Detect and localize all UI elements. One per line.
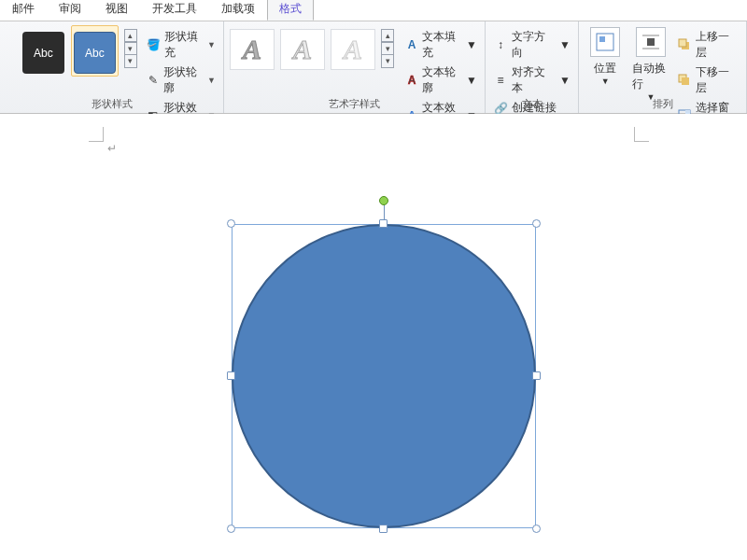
text-direction-button[interactable]: ↕ 文字方向 ▼ [491, 27, 572, 63]
resize-handle-tl[interactable] [227, 219, 235, 228]
group-label-shape-styles: 形状样式 [0, 97, 223, 111]
tab-format[interactable]: 格式 [267, 0, 314, 21]
gallery-more-button[interactable]: ▾ [381, 55, 394, 68]
tab-review[interactable]: 审阅 [47, 0, 93, 21]
text-outline-icon: A [405, 73, 418, 88]
tab-view[interactable]: 视图 [93, 0, 140, 21]
ribbon: Abc Abc ▴ ▾ ▾ 🪣 形状填充 ▼ ✎ 形状轮廓 ▼ [0, 21, 747, 114]
group-text: ↕ 文字方向 ▼ ≡ 对齐文本 ▼ 🔗 创建链接 文本 [486, 21, 579, 113]
align-text-label: 对齐文本 [512, 64, 556, 96]
text-fill-label: 文本填充 [422, 29, 462, 61]
svg-rect-6 [679, 39, 686, 47]
ribbon-tabs: 邮件 审阅 视图 开发工具 加载项 格式 [0, 0, 747, 21]
svg-rect-1 [599, 36, 605, 42]
wordart-preset-3[interactable]: A [331, 29, 375, 70]
gallery-down-button[interactable]: ▾ [124, 42, 137, 55]
rotation-handle[interactable] [379, 196, 388, 205]
bring-forward-icon [677, 37, 691, 52]
group-wordart-styles: A A A ▴ ▾ ▾ A 文本填充 ▼ A 文本轮廓 ▼ [224, 21, 486, 113]
wordart-preset-1[interactable]: A [230, 29, 275, 70]
group-arrange: 位置 ▼ 自动换行 ▼ 上移一层 [579, 21, 747, 113]
svg-rect-2 [647, 38, 655, 46]
selected-shape-circle[interactable] [232, 224, 536, 528]
page-margin-marks: ↵ [89, 127, 649, 146]
shape-fill-button[interactable]: 🪣 形状填充 ▼ [145, 27, 218, 63]
chevron-down-icon: ▼ [559, 74, 571, 87]
gallery-up-button[interactable]: ▴ [381, 29, 394, 42]
wordart-preset-2[interactable]: A [280, 29, 325, 70]
position-label: 位置 [594, 61, 616, 77]
group-label-arrange: 排列 [579, 97, 746, 111]
wrap-text-button[interactable]: 自动换行 ▼ [630, 25, 672, 104]
shape-style-preset-dark[interactable]: Abc [20, 25, 67, 77]
text-outline-label: 文本轮廓 [422, 64, 462, 96]
resize-handle-b[interactable] [379, 525, 388, 533]
position-button[interactable]: 位置 ▼ [585, 25, 627, 88]
group-shape-styles: Abc Abc ▴ ▾ ▾ 🪣 形状填充 ▼ ✎ 形状轮廓 ▼ [0, 21, 224, 113]
gallery-up-button[interactable]: ▴ [124, 29, 137, 42]
chevron-down-icon: ▼ [207, 76, 216, 85]
text-fill-button[interactable]: A 文本填充 ▼ [403, 27, 479, 63]
document-canvas[interactable]: ↵ [0, 114, 747, 560]
paint-bucket-icon: 🪣 [147, 37, 161, 52]
tab-addins[interactable]: 加载项 [209, 0, 267, 21]
chevron-down-icon: ▼ [601, 77, 610, 86]
chevron-down-icon: ▼ [466, 74, 477, 87]
tab-mail[interactable]: 邮件 [0, 0, 47, 21]
send-backward-icon [677, 73, 691, 88]
gallery-down-button[interactable]: ▾ [381, 42, 394, 55]
group-label-text: 文本 [486, 97, 578, 111]
margin-corner-icon [89, 127, 104, 142]
align-text-button[interactable]: ≡ 对齐文本 ▼ [491, 63, 572, 98]
margin-corner-icon [634, 127, 649, 142]
wrap-text-icon [636, 27, 666, 57]
resize-handle-r[interactable] [532, 371, 541, 380]
shape-outline-button[interactable]: ✎ 形状轮廓 ▼ [145, 63, 218, 98]
resize-handle-t[interactable] [379, 219, 388, 228]
bring-forward-label: 上移一层 [696, 29, 739, 61]
shape-outline-label: 形状轮廓 [163, 64, 202, 96]
resize-handle-tr[interactable] [532, 219, 541, 228]
resize-handle-bl[interactable] [227, 525, 235, 533]
group-label-wordart: 艺术字样式 [224, 97, 485, 111]
shape-fill-label: 形状填充 [164, 29, 202, 61]
text-direction-label: 文字方向 [512, 29, 556, 61]
send-backward-label: 下移一层 [696, 64, 739, 96]
shape-style-preset-blue[interactable]: Abc [71, 25, 119, 77]
preset-swatch-icon: Abc [74, 32, 116, 74]
text-direction-icon: ↕ [493, 37, 508, 52]
text-outline-button[interactable]: A 文本轮廓 ▼ [403, 63, 479, 98]
tab-devtools[interactable]: 开发工具 [140, 0, 209, 21]
wordart-gallery-scroll: ▴ ▾ ▾ [381, 29, 394, 68]
shape-style-gallery-scroll: ▴ ▾ ▾ [124, 29, 137, 68]
preset-swatch-icon: Abc [22, 32, 64, 74]
shape-circle[interactable] [232, 224, 536, 528]
wrap-text-label: 自动换行 [632, 61, 670, 92]
send-backward-button[interactable]: 下移一层 [675, 63, 740, 98]
gallery-more-button[interactable]: ▾ [124, 55, 137, 68]
text-fill-icon: A [405, 37, 418, 52]
chevron-down-icon: ▼ [559, 38, 571, 51]
resize-handle-br[interactable] [532, 525, 541, 533]
svg-rect-8 [682, 77, 689, 85]
bring-forward-button[interactable]: 上移一层 [675, 27, 740, 63]
pencil-icon: ✎ [147, 73, 160, 88]
position-icon [590, 27, 620, 57]
align-text-icon: ≡ [493, 73, 508, 88]
paragraph-mark-icon: ↵ [107, 142, 117, 155]
chevron-down-icon: ▼ [207, 40, 216, 49]
resize-handle-l[interactable] [227, 371, 235, 380]
chevron-down-icon: ▼ [466, 38, 477, 51]
